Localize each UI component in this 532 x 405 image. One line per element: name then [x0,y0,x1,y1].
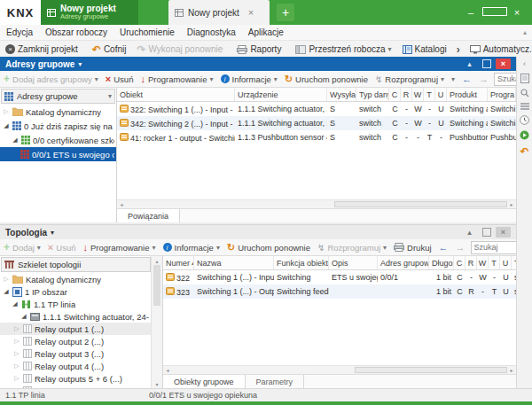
table-row[interactable]: 342: Switching 2 (...) - Input - Switchi… [117,116,516,130]
expander-icon[interactable]: ▷ [13,350,20,357]
dropdown-icon[interactable]: ▾ [209,75,213,83]
panel-close-button[interactable]: × [496,58,511,69]
dropdown-icon[interactable]: ▾ [37,244,41,252]
col-u[interactable]: U [435,88,447,101]
expander-icon[interactable]: ▷ [13,325,20,332]
restart-button[interactable]: ↻ Uruchom ponownie [223,242,314,253]
catalogs-button[interactable]: Katalogi [397,44,452,54]
col-typ-danych[interactable]: Typ danych [356,88,389,101]
col-r[interactable]: R [466,256,477,269]
toolbar-overflow-icon[interactable]: › [452,43,465,56]
tree-item-middle-group[interactable]: ◢ 0/0 certyfikowane szkolenie [0,133,116,147]
scroll-left-icon[interactable]: ◂ [117,201,126,207]
connection-selector[interactable]: Automatycz... ▾ [465,44,532,54]
undo-history-icon[interactable]: ↶ [520,145,528,158]
horizontal-scrollbar[interactable]: ◂ ▸ [163,365,516,374]
dropdown-icon[interactable]: ▾ [441,75,444,83]
find-icon[interactable] [520,89,529,97]
col-obiekt[interactable]: Obiekt [117,88,235,101]
scroll-left-icon[interactable]: ◂ [163,367,172,373]
tree-item-group-address-selected[interactable]: 0/0/1 ETS u swojego opiekuna [0,147,116,161]
tab-obiekty-grupowe[interactable]: Obiekty grupowe [163,375,246,388]
col-t[interactable]: T [424,88,435,101]
topology-panel-header[interactable]: Topologia ▾ ▴ × [0,224,516,239]
pending-operations-icon[interactable] [520,74,529,83]
col-dlugosc[interactable]: Długość [429,256,454,269]
expander-icon[interactable]: ▷ [13,338,20,345]
download-button[interactable]: ↓ Programowanie ▾ [79,242,159,253]
add-group-address-button[interactable]: + Dodaj adres grupowy ▾ [0,73,102,85]
close-project-button[interactable]: × Zamknij projekt [0,44,83,54]
col-u[interactable]: U [500,256,512,269]
redo-button[interactable]: ↷ Wykonaj ponownie [131,43,228,56]
tab-close-icon[interactable]: × [246,7,255,18]
expander-icon[interactable]: ◢ [12,136,19,144]
dropdown-icon[interactable]: ▾ [383,244,387,252]
menu-edycja[interactable]: Edycja [0,27,39,37]
tree-item-channel[interactable]: ▷ Relay output 4 (...) [0,360,151,372]
window-maximize-button[interactable] [482,7,505,18]
back-button[interactable]: ← [435,242,452,253]
panel-close-button[interactable]: × [496,227,511,238]
expander-icon[interactable]: ▷ [13,362,20,370]
dropdown-icon[interactable]: ▾ [216,244,220,252]
topology-tree-header[interactable]: Szkielet topologii [1,257,151,272]
col-c[interactable]: C [454,256,466,269]
toolbar-overflow-icon[interactable]: ▾ [448,75,458,83]
undo-button[interactable]: ↶ Cofnij [87,43,132,56]
panel-maximize-button[interactable] [479,227,494,238]
delete-button[interactable]: × Usuń [44,242,80,253]
forward-button[interactable]: → [452,242,469,253]
table-row[interactable]: 323 Switching 1 (...) - Output Switching… [163,284,516,299]
col-nazwa[interactable]: Nazwa [194,256,274,269]
col-wysylan[interactable]: Wysyłan [327,88,356,101]
tab-parametry[interactable]: Parametry [246,375,305,388]
scroll-up-icon[interactable]: ▴ [155,256,158,265]
menu-obszar-roboczy[interactable]: Obszar roboczy [39,27,113,37]
project-tab[interactable]: Nowy projekt × [168,0,270,25]
menu-diagnostyka[interactable]: Diagnostyka [181,27,242,37]
expander-icon[interactable]: ◢ [12,300,19,308]
expander-icon[interactable]: ▷ [3,276,10,283]
panel-maximize-button[interactable] [479,58,494,69]
tree-item-channel[interactable]: ▷ Relay output 1 (...) [0,323,151,335]
col-urzadzenie[interactable]: Urządzenie [235,88,327,101]
scroll-down-icon[interactable]: ▾ [155,379,158,388]
properties-list-icon[interactable] [520,103,529,110]
window-close-button[interactable]: × [505,7,528,18]
col-program[interactable]: Progra [488,88,516,101]
tree-item-channel[interactable]: ▷ Relay output 2 (...) [0,335,151,347]
col-funkcja[interactable]: Funkcja obiektu [274,256,329,269]
col-w[interactable]: W [477,256,489,269]
col-c[interactable]: C [389,88,401,101]
tree-item-area[interactable]: ◢ 1 IP obszar [0,285,151,298]
group-panel-header[interactable]: Adresy grupowe ▾ ▴ × [0,57,516,71]
scrollbar-thumb[interactable] [153,265,160,306]
expander-icon[interactable]: ▷ [13,375,20,382]
horizontal-scrollbar[interactable]: ◂ ▸ [117,199,516,208]
table-row[interactable]: 322: Switching 1 (...) - Input - Switchi… [117,102,516,116]
tree-item-line[interactable]: ◢ 1.1 TP linia [0,298,151,310]
expander-icon[interactable]: ◢ [20,313,27,320]
tree-item-channel[interactable]: ▷ Relay outputs 5 + 6 (...) [0,372,151,385]
col-adres[interactable]: Adres grupow [378,256,429,269]
panel-menu-icon[interactable]: ▾ [51,229,54,237]
tree-item-dynamic-folder[interactable]: ▷ Katalog dynamiczny [0,273,151,285]
reports-button[interactable]: Raporty [231,44,286,54]
delete-button[interactable]: × Usuń [102,74,137,84]
table-row[interactable]: 41: rocker 1 - output - Switching 1.1.3 … [117,130,516,144]
col-opis[interactable]: Opis [329,256,378,269]
tab-powiazania[interactable]: Powiązania [117,209,180,222]
scrollbar-thumb[interactable] [355,367,507,373]
table-row[interactable]: 322 Switching 1 (...) - Input Switching … [163,270,516,284]
tree-item-device[interactable]: ◢ 1.1.1 Switching actuator, 24-gang / bl… [0,310,151,323]
forward-button[interactable]: → [475,74,492,84]
dropdown-icon[interactable]: ▾ [108,92,112,100]
col-w[interactable]: W [412,88,424,101]
expander-icon[interactable]: ◢ [3,288,10,295]
unload-button[interactable]: ↯ Rozprogramuj ▾ [372,74,448,84]
project-tab-active[interactable]: Nowy projekt Adresy grupowe [41,0,138,25]
vertical-scrollbar[interactable]: ▴ ▾ [151,256,162,388]
col-t[interactable]: T [489,256,500,269]
col-numer[interactable]: Numer▴ [163,256,194,269]
